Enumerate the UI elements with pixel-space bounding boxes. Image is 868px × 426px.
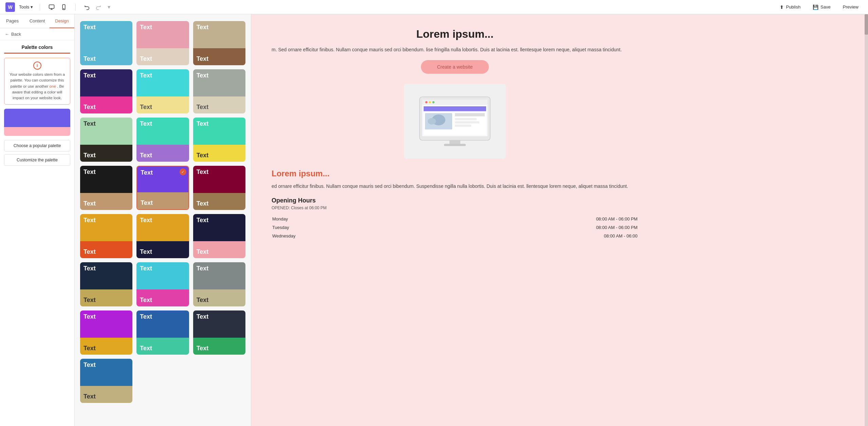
palette-card-17[interactable]: TextText bbox=[136, 262, 189, 306]
palette-bot-text-1: Text bbox=[84, 55, 96, 63]
palette-top-2: Text bbox=[136, 21, 189, 48]
chevron-down-icon: ▾ bbox=[31, 4, 33, 10]
hours-time-1: 08:00 AM - 06:00 PM bbox=[404, 224, 638, 231]
palette-card-16[interactable]: TextText bbox=[80, 262, 132, 306]
palette-card-12[interactable]: TextText bbox=[193, 166, 245, 210]
save-button[interactable]: 💾 Save bbox=[809, 3, 835, 12]
hours-day-0: Monday bbox=[272, 215, 403, 223]
redo-button[interactable] bbox=[93, 2, 103, 12]
palette-card-15[interactable]: TextText bbox=[193, 214, 245, 258]
back-label: Back bbox=[11, 32, 21, 37]
palette-preview-top bbox=[4, 109, 70, 127]
svg-point-8 bbox=[425, 101, 427, 103]
more-button[interactable]: ▾ bbox=[104, 2, 114, 12]
palette-bot-text-2: Text bbox=[140, 55, 152, 63]
svg-rect-16 bbox=[455, 118, 477, 120]
svg-rect-17 bbox=[455, 121, 479, 123]
scroll-bar[interactable] bbox=[865, 14, 868, 426]
palette-bot-text-6: Text bbox=[197, 104, 209, 111]
palette-bot-text-8: Text bbox=[140, 152, 152, 159]
opening-hours-title: Opening Hours bbox=[272, 197, 638, 204]
preview-cta-button[interactable]: Create a website bbox=[421, 60, 489, 74]
save-icon: 💾 bbox=[813, 4, 818, 10]
tools-menu[interactable]: Tools ▾ bbox=[19, 4, 33, 10]
preview-button[interactable]: Preview bbox=[839, 3, 863, 11]
accent-bar bbox=[4, 53, 70, 54]
palette-bot-20: Text bbox=[136, 338, 189, 355]
publish-button[interactable]: ⬆ Publish bbox=[776, 3, 805, 12]
palette-card-3[interactable]: TextText bbox=[193, 21, 245, 65]
palette-card-6[interactable]: TextText bbox=[193, 69, 245, 113]
palette-bot-text-11: Text bbox=[141, 199, 153, 207]
palette-top-text-20: Text bbox=[140, 313, 185, 320]
hours-day-1: Tuesday bbox=[272, 224, 403, 231]
scroll-thumb[interactable] bbox=[865, 14, 868, 35]
palette-card-18[interactable]: TextText bbox=[193, 262, 245, 306]
palette-top-6: Text bbox=[193, 69, 245, 96]
palette-top-15: Text bbox=[193, 214, 245, 241]
palette-top-text-1: Text bbox=[84, 24, 129, 31]
info-link[interactable]: one bbox=[50, 84, 56, 88]
sidebar: Pages Content Design ← Back Palette colo… bbox=[0, 14, 75, 426]
palette-card-2[interactable]: TextText bbox=[136, 21, 189, 65]
hours-day-2: Wednesday bbox=[272, 232, 403, 240]
mobile-icon[interactable] bbox=[59, 2, 69, 12]
palette-card-19[interactable]: TextText bbox=[80, 310, 132, 355]
palette-bot-15: Text bbox=[193, 241, 245, 258]
palette-card-10[interactable]: TextText bbox=[80, 166, 132, 210]
palette-bot-5: Text bbox=[136, 96, 189, 113]
monitor-illustration bbox=[414, 94, 496, 148]
palette-card-5[interactable]: TextText bbox=[136, 69, 189, 113]
palette-top-20: Text bbox=[136, 310, 189, 338]
palette-top-text-9: Text bbox=[197, 120, 242, 127]
palette-bot-1: Text bbox=[80, 48, 132, 65]
info-text: Your website colors stem from a palette.… bbox=[10, 72, 65, 88]
tab-pages[interactable]: Pages bbox=[0, 14, 25, 28]
palette-bot-text-22: Text bbox=[84, 393, 96, 400]
palette-top-7: Text bbox=[80, 118, 132, 145]
palette-preview-bottom bbox=[4, 127, 70, 136]
palette-top-13: Text bbox=[80, 214, 132, 241]
tab-content[interactable]: Content bbox=[25, 14, 50, 28]
palette-bot-text-7: Text bbox=[84, 152, 96, 159]
desktop-icon[interactable] bbox=[47, 2, 56, 12]
palette-bot-text-18: Text bbox=[197, 297, 209, 304]
palette-top-text-15: Text bbox=[197, 217, 242, 224]
palette-card-22[interactable]: TextText bbox=[80, 359, 132, 403]
palette-top-1: Text bbox=[80, 21, 132, 48]
palette-card-7[interactable]: TextText bbox=[80, 118, 132, 162]
info-icon: i bbox=[33, 61, 41, 70]
palette-top-4: Text bbox=[80, 69, 132, 96]
palette-card-11[interactable]: TextText✓ bbox=[136, 166, 189, 210]
back-button[interactable]: ← Back bbox=[0, 28, 74, 40]
palette-bot-text-4: Text bbox=[84, 104, 96, 111]
palette-card-20[interactable]: TextText bbox=[136, 310, 189, 355]
palette-bot-3: Text bbox=[193, 48, 245, 65]
customize-palette-button[interactable]: Customize the palette bbox=[4, 154, 70, 166]
hours-row-2: Wednesday08:00 AM - 06:00 bbox=[272, 232, 638, 240]
palette-card-4[interactable]: TextText bbox=[80, 69, 132, 113]
palette-bot-7: Text bbox=[80, 145, 132, 162]
palette-bot-16: Text bbox=[80, 289, 132, 306]
undo-button[interactable] bbox=[82, 2, 92, 12]
palette-card-8[interactable]: TextText bbox=[136, 118, 189, 162]
palette-card-9[interactable]: TextText bbox=[193, 118, 245, 162]
hours-time-0: 08:00 AM - 06:00 PM bbox=[404, 215, 638, 223]
choose-popular-palette-button[interactable]: Choose a popular palette bbox=[4, 140, 70, 152]
palette-top-8: Text bbox=[136, 118, 189, 145]
upload-icon: ⬆ bbox=[780, 4, 784, 10]
svg-point-9 bbox=[429, 101, 431, 103]
tab-design[interactable]: Design bbox=[50, 14, 74, 28]
palette-bot-10: Text bbox=[80, 193, 132, 210]
undo-redo-group: ▾ bbox=[82, 2, 114, 12]
app-logo[interactable]: W bbox=[5, 2, 15, 12]
palette-top-12: Text bbox=[193, 166, 245, 193]
palette-card-13[interactable]: TextText bbox=[80, 214, 132, 258]
palette-top-10: Text bbox=[80, 166, 132, 193]
palette-card-1[interactable]: TextText bbox=[80, 21, 132, 65]
palette-card-21[interactable]: TextText bbox=[193, 310, 245, 355]
svg-rect-15 bbox=[455, 113, 485, 117]
hours-status: OPENED: Closes at 06:00 PM bbox=[272, 206, 638, 210]
palette-card-14[interactable]: TextText bbox=[136, 214, 189, 258]
palette-bot-text-9: Text bbox=[197, 152, 209, 159]
